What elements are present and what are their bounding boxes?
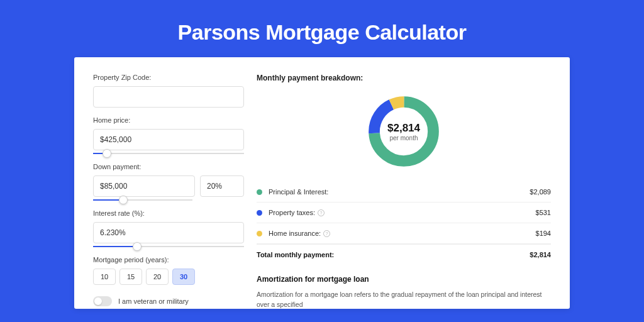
info-icon[interactable]: ? (318, 209, 325, 216)
zip-input[interactable] (93, 86, 244, 108)
slider-thumb[interactable] (103, 149, 111, 158)
down-payment-slider[interactable] (93, 199, 192, 201)
down-payment-pct-input[interactable] (200, 175, 244, 197)
legend-label: Principal & Interest: (269, 188, 530, 196)
breakdown-column: Monthly payment breakdown: $2,814 per mo… (257, 74, 551, 309)
home-price-input[interactable] (93, 129, 244, 150)
home-price-label: Home price: (93, 116, 244, 124)
total-label: Total monthly payment: (257, 251, 530, 258)
period-group-wrap: Mortgage period (years): 10 15 20 30 (93, 256, 244, 285)
legend-row-insurance: Home insurance: ? $194 (257, 223, 551, 244)
dot-icon (257, 210, 262, 216)
down-payment-group: Down payment: (93, 163, 244, 201)
legend-value: $2,089 (530, 188, 551, 196)
slider-thumb[interactable] (119, 196, 128, 204)
legend-row-taxes: Property taxes: ? $531 (257, 203, 551, 223)
veteran-toggle[interactable] (93, 296, 112, 306)
amortization-title: Amortization for mortgage loan (257, 275, 551, 284)
dot-icon (257, 231, 262, 236)
interest-rate-input[interactable] (93, 222, 244, 243)
zip-field-group: Property Zip Code: (93, 74, 244, 108)
interest-rate-slider[interactable] (93, 246, 244, 247)
veteran-row: I am veteran or military (93, 296, 244, 306)
donut-chart: $2,814 per month (365, 92, 443, 170)
donut-sub: per month (389, 135, 418, 142)
total-row: Total monthly payment: $2,814 (257, 244, 551, 265)
period-option-10[interactable]: 10 (93, 269, 116, 285)
amortization-text: Amortization for a mortgage loan refers … (257, 290, 551, 309)
breakdown-heading: Monthly payment breakdown: (257, 74, 551, 82)
slider-thumb[interactable] (133, 242, 142, 251)
legend-value: $194 (536, 230, 551, 237)
period-option-20[interactable]: 20 (146, 269, 169, 285)
period-options: 10 15 20 30 (93, 269, 244, 285)
donut-chart-wrap: $2,814 per month (257, 89, 551, 182)
amortization-section: Amortization for mortgage loan Amortizat… (257, 275, 551, 309)
donut-amount: $2,814 (387, 122, 420, 135)
interest-rate-label: Interest rate (%): (93, 209, 244, 217)
legend-row-principal: Principal & Interest: $2,089 (257, 182, 551, 203)
home-price-group: Home price: (93, 116, 244, 154)
down-payment-amount-input[interactable] (93, 175, 195, 197)
period-option-30[interactable]: 30 (172, 269, 195, 285)
legend-value: $531 (536, 209, 551, 216)
down-payment-label: Down payment: (93, 163, 244, 170)
inputs-column: Property Zip Code: Home price: Down paym… (93, 74, 244, 309)
dot-icon (257, 189, 262, 195)
interest-rate-group: Interest rate (%): (93, 209, 244, 247)
home-price-slider[interactable] (93, 153, 244, 154)
zip-label: Property Zip Code: (93, 74, 244, 81)
info-icon[interactable]: ? (323, 230, 330, 237)
veteran-label: I am veteran or military (118, 297, 189, 305)
total-value: $2,814 (530, 251, 551, 258)
period-option-15[interactable]: 15 (119, 269, 142, 285)
page-title: Parsons Mortgage Calculator (0, 0, 644, 57)
legend-label: Home insurance: ? (269, 230, 536, 237)
period-label: Mortgage period (years): (93, 256, 244, 264)
legend-label: Property taxes: ? (269, 209, 536, 216)
calculator-card: Property Zip Code: Home price: Down paym… (74, 57, 570, 309)
